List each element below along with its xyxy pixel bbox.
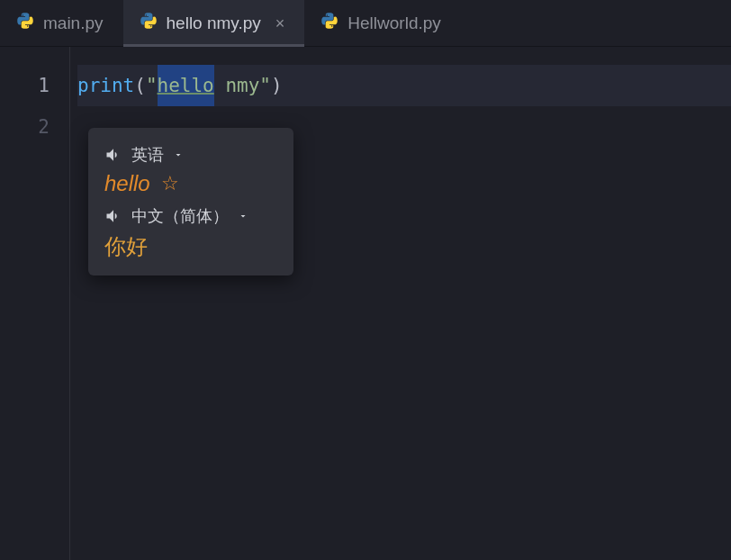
line-number: 1 [0,65,50,106]
target-language-label: 中文（简体） [131,205,229,227]
selected-text[interactable]: hello [158,65,214,106]
token-function: print [77,65,134,106]
chevron-down-icon[interactable] [173,149,184,160]
tab-label: hello nmy.py [167,14,261,33]
line-number: 2 [0,106,50,148]
translation-text: 你好 [104,232,277,261]
source-language-label: 英语 [131,144,164,166]
python-icon [320,12,338,34]
star-icon[interactable]: ☆ [161,172,179,195]
target-language-row[interactable]: 中文（简体） [104,205,277,227]
word-text: hello [104,171,150,196]
line-number-gutter: 1 2 [0,47,70,560]
translated-word: hello ☆ [104,171,277,196]
python-icon [140,12,158,34]
tab-main-py[interactable]: main.py [0,0,123,46]
token-punct: ( [134,65,146,106]
tab-label: Hellworld.py [347,14,440,33]
tab-label: main.py [43,14,104,33]
close-icon[interactable]: × [275,15,285,32]
token-punct: ) [271,65,283,106]
code-line[interactable]: print("hello nmy") [77,65,731,106]
code-area[interactable]: print("hello nmy") [70,47,731,560]
tab-hello-nmy-py[interactable]: hello nmy.py × [123,0,305,46]
token-string-quote: " [146,65,158,106]
token-string-quote: " [259,65,271,106]
token-string: nmy [214,65,260,106]
tab-hellworld-py[interactable]: Hellworld.py [304,0,460,46]
speaker-icon[interactable] [104,146,122,164]
python-icon [16,12,34,34]
speaker-icon[interactable] [104,207,122,225]
source-language-row[interactable]: 英语 [104,144,277,166]
translation-popup: 英语 hello ☆ 中文（简体） 你好 [88,128,293,275]
code-editor[interactable]: 1 2 print("hello nmy") [0,47,731,560]
chevron-down-icon[interactable] [238,211,248,221]
tab-bar: main.py hello nmy.py × Hellworld.py [0,0,731,47]
